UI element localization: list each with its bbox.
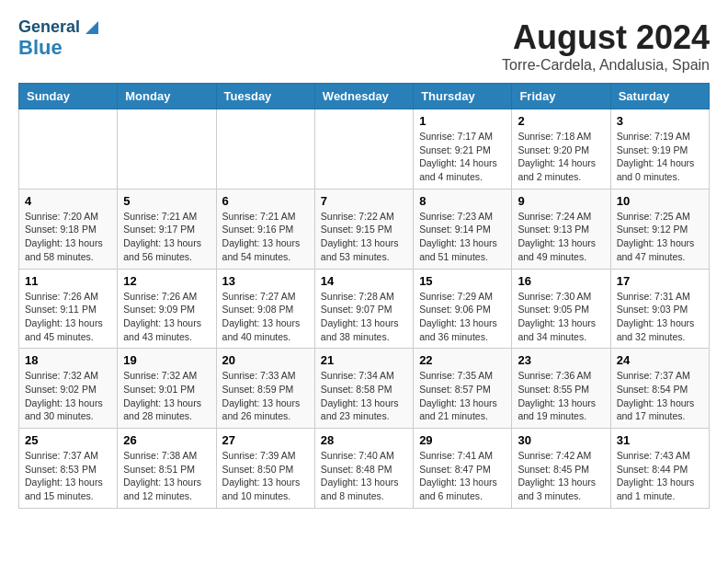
calendar-cell: 12Sunrise: 7:26 AM Sunset: 9:09 PM Dayli… bbox=[118, 269, 216, 349]
day-number: 3 bbox=[617, 114, 703, 128]
day-number: 1 bbox=[419, 114, 506, 128]
day-number: 13 bbox=[222, 274, 309, 288]
day-info: Sunrise: 7:37 AM Sunset: 8:53 PM Dayligh… bbox=[25, 449, 111, 503]
day-number: 11 bbox=[25, 274, 111, 288]
calendar-cell: 15Sunrise: 7:29 AM Sunset: 9:06 PM Dayli… bbox=[414, 269, 512, 349]
col-header-monday: Monday bbox=[118, 84, 216, 109]
day-number: 9 bbox=[518, 194, 604, 208]
day-info: Sunrise: 7:25 AM Sunset: 9:12 PM Dayligh… bbox=[617, 210, 703, 264]
day-info: Sunrise: 7:27 AM Sunset: 9:08 PM Dayligh… bbox=[222, 290, 309, 344]
calendar-cell: 25Sunrise: 7:37 AM Sunset: 8:53 PM Dayli… bbox=[19, 429, 118, 509]
col-header-tuesday: Tuesday bbox=[216, 84, 314, 109]
calendar-week-row: 11Sunrise: 7:26 AM Sunset: 9:11 PM Dayli… bbox=[19, 269, 710, 349]
day-number: 18 bbox=[25, 353, 111, 367]
calendar-cell: 17Sunrise: 7:31 AM Sunset: 9:03 PM Dayli… bbox=[610, 269, 709, 349]
calendar-cell: 28Sunrise: 7:40 AM Sunset: 8:48 PM Dayli… bbox=[314, 429, 413, 509]
day-number: 20 bbox=[222, 353, 309, 367]
day-number: 21 bbox=[321, 353, 407, 367]
day-info: Sunrise: 7:24 AM Sunset: 9:13 PM Dayligh… bbox=[518, 210, 604, 264]
day-info: Sunrise: 7:31 AM Sunset: 9:03 PM Dayligh… bbox=[617, 290, 703, 344]
day-number: 24 bbox=[617, 353, 703, 367]
day-number: 16 bbox=[518, 274, 604, 288]
day-info: Sunrise: 7:43 AM Sunset: 8:44 PM Dayligh… bbox=[617, 449, 703, 503]
calendar-week-row: 1Sunrise: 7:17 AM Sunset: 9:21 PM Daylig… bbox=[19, 109, 710, 190]
day-info: Sunrise: 7:35 AM Sunset: 8:57 PM Dayligh… bbox=[419, 369, 506, 423]
day-info: Sunrise: 7:37 AM Sunset: 8:54 PM Dayligh… bbox=[617, 369, 703, 423]
calendar-header-row: SundayMondayTuesdayWednesdayThursdayFrid… bbox=[19, 84, 710, 109]
day-info: Sunrise: 7:29 AM Sunset: 9:06 PM Dayligh… bbox=[419, 290, 506, 344]
day-info: Sunrise: 7:21 AM Sunset: 9:17 PM Dayligh… bbox=[123, 210, 210, 264]
col-header-friday: Friday bbox=[512, 84, 610, 109]
calendar-cell: 7Sunrise: 7:22 AM Sunset: 9:15 PM Daylig… bbox=[314, 189, 413, 269]
calendar-cell: 2Sunrise: 7:18 AM Sunset: 9:20 PM Daylig… bbox=[512, 109, 610, 190]
col-header-sunday: Sunday bbox=[19, 84, 118, 109]
col-header-saturday: Saturday bbox=[610, 84, 709, 109]
day-number: 26 bbox=[123, 433, 210, 447]
day-info: Sunrise: 7:23 AM Sunset: 9:14 PM Dayligh… bbox=[419, 210, 506, 264]
day-info: Sunrise: 7:26 AM Sunset: 9:11 PM Dayligh… bbox=[25, 290, 111, 344]
day-number: 25 bbox=[25, 433, 111, 447]
calendar-cell bbox=[314, 109, 413, 190]
day-info: Sunrise: 7:34 AM Sunset: 8:58 PM Dayligh… bbox=[321, 369, 407, 423]
day-number: 7 bbox=[321, 194, 407, 208]
calendar-cell: 30Sunrise: 7:42 AM Sunset: 8:45 PM Dayli… bbox=[512, 429, 610, 509]
logo-triangle-icon bbox=[82, 19, 98, 36]
subtitle: Torre-Cardela, Andalusia, Spain bbox=[502, 57, 710, 74]
calendar-cell bbox=[216, 109, 314, 190]
day-info: Sunrise: 7:26 AM Sunset: 9:09 PM Dayligh… bbox=[123, 290, 210, 344]
day-number: 31 bbox=[617, 433, 703, 447]
calendar-cell: 5Sunrise: 7:21 AM Sunset: 9:17 PM Daylig… bbox=[118, 189, 216, 269]
day-info: Sunrise: 7:30 AM Sunset: 9:05 PM Dayligh… bbox=[518, 290, 604, 344]
header: General Blue August 2024 Torre-Cardela, … bbox=[18, 18, 710, 74]
day-number: 10 bbox=[617, 194, 703, 208]
calendar-cell: 31Sunrise: 7:43 AM Sunset: 8:44 PM Dayli… bbox=[610, 429, 709, 509]
calendar-cell: 1Sunrise: 7:17 AM Sunset: 9:21 PM Daylig… bbox=[414, 109, 512, 190]
day-number: 17 bbox=[617, 274, 703, 288]
day-info: Sunrise: 7:38 AM Sunset: 8:51 PM Dayligh… bbox=[123, 449, 210, 503]
calendar-cell: 13Sunrise: 7:27 AM Sunset: 9:08 PM Dayli… bbox=[216, 269, 314, 349]
day-info: Sunrise: 7:22 AM Sunset: 9:15 PM Dayligh… bbox=[321, 210, 407, 264]
day-number: 27 bbox=[222, 433, 309, 447]
calendar-week-row: 25Sunrise: 7:37 AM Sunset: 8:53 PM Dayli… bbox=[19, 429, 710, 509]
calendar-cell: 27Sunrise: 7:39 AM Sunset: 8:50 PM Dayli… bbox=[216, 429, 314, 509]
day-info: Sunrise: 7:36 AM Sunset: 8:55 PM Dayligh… bbox=[518, 369, 604, 423]
calendar-cell: 6Sunrise: 7:21 AM Sunset: 9:16 PM Daylig… bbox=[216, 189, 314, 269]
calendar-cell bbox=[19, 109, 118, 190]
logo: General Blue bbox=[18, 18, 98, 59]
calendar-cell: 18Sunrise: 7:32 AM Sunset: 9:02 PM Dayli… bbox=[19, 349, 118, 429]
calendar-cell: 10Sunrise: 7:25 AM Sunset: 9:12 PM Dayli… bbox=[610, 189, 709, 269]
calendar-week-row: 18Sunrise: 7:32 AM Sunset: 9:02 PM Dayli… bbox=[19, 349, 710, 429]
calendar-cell: 24Sunrise: 7:37 AM Sunset: 8:54 PM Dayli… bbox=[610, 349, 709, 429]
calendar: SundayMondayTuesdayWednesdayThursdayFrid… bbox=[18, 83, 710, 509]
day-info: Sunrise: 7:21 AM Sunset: 9:16 PM Dayligh… bbox=[222, 210, 309, 264]
calendar-cell: 3Sunrise: 7:19 AM Sunset: 9:19 PM Daylig… bbox=[610, 109, 709, 190]
day-info: Sunrise: 7:40 AM Sunset: 8:48 PM Dayligh… bbox=[321, 449, 407, 503]
day-number: 14 bbox=[321, 274, 407, 288]
day-number: 30 bbox=[518, 433, 604, 447]
day-number: 4 bbox=[25, 194, 111, 208]
logo-general: General bbox=[18, 18, 80, 37]
calendar-cell: 11Sunrise: 7:26 AM Sunset: 9:11 PM Dayli… bbox=[19, 269, 118, 349]
day-number: 6 bbox=[222, 194, 309, 208]
svg-marker-0 bbox=[85, 21, 98, 34]
day-info: Sunrise: 7:18 AM Sunset: 9:20 PM Dayligh… bbox=[518, 130, 604, 184]
calendar-cell: 19Sunrise: 7:32 AM Sunset: 9:01 PM Dayli… bbox=[118, 349, 216, 429]
day-info: Sunrise: 7:39 AM Sunset: 8:50 PM Dayligh… bbox=[222, 449, 309, 503]
day-info: Sunrise: 7:32 AM Sunset: 9:01 PM Dayligh… bbox=[123, 369, 210, 423]
day-number: 8 bbox=[419, 194, 506, 208]
day-number: 19 bbox=[123, 353, 210, 367]
calendar-cell: 20Sunrise: 7:33 AM Sunset: 8:59 PM Dayli… bbox=[216, 349, 314, 429]
calendar-week-row: 4Sunrise: 7:20 AM Sunset: 9:18 PM Daylig… bbox=[19, 189, 710, 269]
calendar-cell: 8Sunrise: 7:23 AM Sunset: 9:14 PM Daylig… bbox=[414, 189, 512, 269]
day-number: 29 bbox=[419, 433, 506, 447]
calendar-cell: 9Sunrise: 7:24 AM Sunset: 9:13 PM Daylig… bbox=[512, 189, 610, 269]
day-number: 5 bbox=[123, 194, 210, 208]
day-info: Sunrise: 7:17 AM Sunset: 9:21 PM Dayligh… bbox=[419, 130, 506, 184]
day-info: Sunrise: 7:41 AM Sunset: 8:47 PM Dayligh… bbox=[419, 449, 506, 503]
main-title: August 2024 bbox=[502, 18, 710, 57]
day-info: Sunrise: 7:19 AM Sunset: 9:19 PM Dayligh… bbox=[617, 130, 703, 184]
day-number: 23 bbox=[518, 353, 604, 367]
calendar-cell: 22Sunrise: 7:35 AM Sunset: 8:57 PM Dayli… bbox=[414, 349, 512, 429]
day-info: Sunrise: 7:33 AM Sunset: 8:59 PM Dayligh… bbox=[222, 369, 309, 423]
calendar-cell bbox=[118, 109, 216, 190]
